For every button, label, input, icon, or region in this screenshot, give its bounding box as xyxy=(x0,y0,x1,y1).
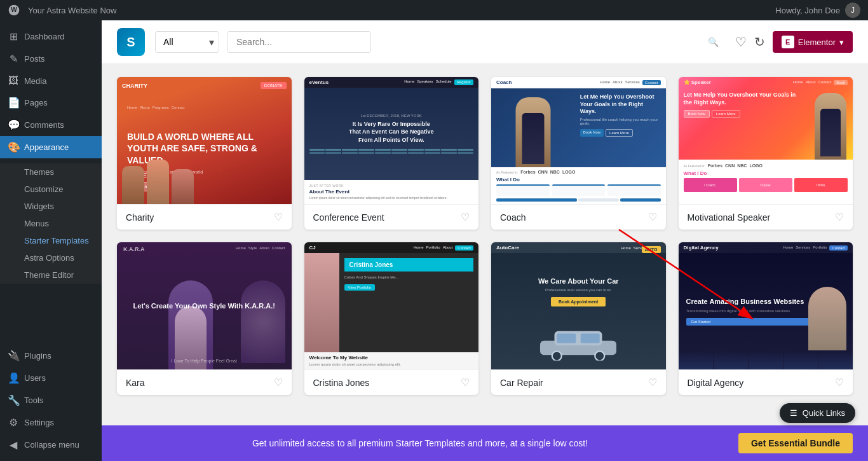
sidebar-label-tools: Tools xyxy=(24,396,43,405)
sidebar-item-astra-options[interactable]: Astra Options xyxy=(0,249,102,266)
template-thumb-motivational: ⭐ Speaker HomeAboutContact Book Let Me H… xyxy=(679,77,853,204)
cris-person xyxy=(304,253,339,352)
motiv-service-cards: I Coach. I Speak. I Write. xyxy=(684,178,848,192)
sidebar-item-settings[interactable]: ⚙ Settings xyxy=(0,411,102,434)
template-footer-cristina: Cristina Jones ♡ xyxy=(304,369,479,395)
svg-rect-7 xyxy=(581,334,600,343)
sidebar-item-widgets[interactable]: Widgets xyxy=(0,198,102,215)
sidebar-item-dashboard[interactable]: ⊞ Dashboard xyxy=(0,25,102,48)
template-card-agency[interactable]: Digital Agency HomeServicesPortfolio Con… xyxy=(679,242,853,395)
charity-logo-bar: CHARITY DONATE xyxy=(122,82,287,89)
template-card-conference[interactable]: eVentus HomeSpeakersSchedule Register 1s… xyxy=(304,77,479,230)
admin-bar-left: W Your Astra Website Now xyxy=(8,4,116,17)
template-footer-motivational: Motivational Speaker ♡ xyxy=(679,204,853,230)
sidebar-label-posts: Posts xyxy=(24,54,45,64)
admin-bar-right: Howdy, John Doe J xyxy=(775,3,860,18)
quick-links-icon: ☰ xyxy=(790,408,797,418)
search-row: All Free Premium xyxy=(155,31,725,53)
motiv-hero: ⭐ Speaker HomeAboutContact Book Let Me H… xyxy=(679,77,853,160)
sidebar-item-pages[interactable]: 📄 Pages xyxy=(0,92,102,114)
template-card-cristina[interactable]: CJ HomePortfolioAbout Contact Cristina J… xyxy=(304,242,479,395)
agency-person xyxy=(808,287,846,350)
motiv-body: As Featured In: Forbes CNN NBC LOGO What… xyxy=(679,160,853,204)
sidebar-label-pages: Pages xyxy=(24,98,48,107)
search-input[interactable] xyxy=(227,31,371,53)
template-card-kara[interactable]: K.A.R.A HomeStyleAboutContact xyxy=(117,242,292,395)
sidebar-item-media[interactable]: 🖼 Media xyxy=(0,70,102,92)
template-name-car: Car Repair xyxy=(500,378,543,388)
template-card-charity[interactable]: CHARITY DONATE HomeAboutProgramsContact … xyxy=(117,77,292,230)
conf-header: eVentus HomeSpeakersSchedule Register xyxy=(304,77,479,88)
template-heart-car[interactable]: ♡ xyxy=(648,376,657,389)
elementor-icon: E xyxy=(782,36,794,48)
quick-links-button[interactable]: ☰ Quick Links xyxy=(780,403,855,423)
coach-logos: As Featured In: Forbes CNN NBC LOGO xyxy=(496,170,661,174)
template-thumb-agency: Digital Agency HomeServicesPortfolio Con… xyxy=(679,242,853,369)
template-card-coach[interactable]: Coach HomeAboutServices Contact xyxy=(491,77,666,230)
template-heart-coach[interactable]: ♡ xyxy=(648,211,657,223)
sidebar-item-collapse[interactable]: ◀ Collapse menu xyxy=(0,434,102,456)
car-sub: Professional auto service you can trust. xyxy=(545,288,612,292)
conf-seats-row1 xyxy=(309,149,474,151)
template-card-car[interactable]: AutoCare HomeServicesAbout AUTO We Care … xyxy=(491,242,666,395)
dashboard-icon: ⊞ xyxy=(8,31,19,43)
motiv-person xyxy=(808,88,853,160)
template-heart-agency[interactable]: ♡ xyxy=(835,376,844,389)
coach-photo xyxy=(491,88,575,167)
template-name-coach: Coach xyxy=(500,212,526,223)
sidebar-item-theme-editor[interactable]: Theme Editor xyxy=(0,266,102,284)
template-thumb-cristina: CJ HomePortfolioAbout Contact Cristina J… xyxy=(304,242,479,369)
svg-text:W: W xyxy=(11,6,17,13)
template-footer-charity: Charity ♡ xyxy=(117,204,292,230)
sidebar-item-starter-templates[interactable]: Starter Templates xyxy=(0,232,102,249)
template-heart-cristina[interactable]: ♡ xyxy=(461,376,470,389)
template-thumb-charity: CHARITY DONATE HomeAboutProgramsContact … xyxy=(117,77,292,204)
comments-icon: 💬 xyxy=(8,119,19,131)
sidebar-label-appearance: Appearance xyxy=(24,142,69,152)
sidebar-item-tools[interactable]: 🔧 Tools xyxy=(0,389,102,411)
posts-icon: ✎ xyxy=(8,53,19,65)
sidebar-item-themes[interactable]: Themes xyxy=(0,163,102,181)
sidebar-label-plugins: Plugins xyxy=(24,351,51,361)
conf-hero: 1st DECEMBER, 2018, NEW YORK It Is Very … xyxy=(304,88,479,180)
coach-what-i-do: What I Do xyxy=(496,177,661,182)
template-heart-charity[interactable]: ♡ xyxy=(274,211,283,223)
motiv-logos: As Featured In: Forbes CNN NBC LOGO xyxy=(684,163,848,168)
get-bundle-button[interactable]: Get Essential Bundle xyxy=(738,433,853,453)
sidebar-label-comments: Comments xyxy=(24,120,64,130)
elementor-button[interactable]: E Elementor ▾ xyxy=(773,31,853,53)
refresh-button[interactable]: ↻ xyxy=(754,34,765,50)
charity-people xyxy=(117,160,292,204)
kara-text: Let's Create Your Own Style With K.A.R.A… xyxy=(121,301,288,310)
template-thumb-kara: K.A.R.A HomeStyleAboutContact xyxy=(117,242,292,369)
sidebar-item-plugins[interactable]: 🔌 Plugins xyxy=(0,345,102,367)
sidebar-item-posts[interactable]: ✎ Posts xyxy=(0,48,102,70)
sidebar-item-menus[interactable]: Menus xyxy=(0,215,102,232)
template-heart-conference[interactable]: ♡ xyxy=(461,211,470,223)
sidebar-item-comments[interactable]: 💬 Comments xyxy=(0,114,102,136)
favorites-button[interactable]: ♡ xyxy=(735,34,747,50)
cris-name-badge: Cristina Jones xyxy=(344,258,474,272)
template-card-motivational[interactable]: ⭐ Speaker HomeAboutContact Book Let Me H… xyxy=(679,77,853,230)
car-headline: We Care About Your Car xyxy=(538,277,619,286)
kara-nav: K.A.R.A HomeStyleAboutContact xyxy=(117,242,292,256)
settings-icon: ⚙ xyxy=(8,416,19,429)
filter-select-wrap[interactable]: All Free Premium xyxy=(155,31,219,53)
template-heart-motivational[interactable]: ♡ xyxy=(835,211,844,223)
sidebar-item-users[interactable]: 👤 Users xyxy=(0,367,102,389)
filter-select[interactable]: All Free Premium xyxy=(155,31,219,53)
cris-content-block: Cristina Jones Colors And Shapes Inspire… xyxy=(339,253,479,352)
tools-icon: 🔧 xyxy=(8,394,19,406)
charity-nav-links: HomeAboutProgramsContact xyxy=(127,106,184,109)
cris-sub: Welcome To My Website Lorem ipsum dolor … xyxy=(304,352,479,369)
elementor-dropdown-arrow: ▾ xyxy=(839,38,844,47)
conf-headline: It Is Very Rare Or ImpossibleThat An Eve… xyxy=(349,120,434,144)
sidebar-item-appearance[interactable]: 🎨 Appearance xyxy=(0,136,102,158)
template-heart-kara[interactable]: ♡ xyxy=(274,376,283,389)
car-btn[interactable]: Book Appointment xyxy=(551,297,606,306)
kara-person xyxy=(168,280,213,369)
sidebar-item-customize[interactable]: Customize xyxy=(0,181,102,198)
media-icon: 🖼 xyxy=(8,75,19,86)
template-name-agency: Digital Agency xyxy=(688,378,744,388)
collapse-icon: ◀ xyxy=(8,439,19,451)
